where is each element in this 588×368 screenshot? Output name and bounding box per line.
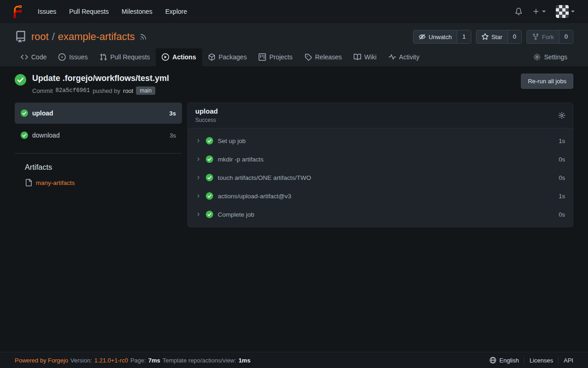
tab-settings-label: Settings [544,53,567,61]
star-icon [481,33,489,40]
page-time-label: Page: [130,357,146,364]
repo-title-row: root / example-artifacts Unwatch 1 [15,30,573,44]
stars-count[interactable]: 0 [508,30,521,43]
rerun-all-jobs-button[interactable]: Re-run all jobs [521,74,573,89]
tab-packages[interactable]: Packages [202,48,253,66]
forgejo-logo[interactable] [8,5,31,18]
job-detail-titles: upload Success [195,107,218,123]
package-icon [208,53,215,61]
tab-projects[interactable]: Projects [253,48,299,66]
repo-action-buttons: Unwatch 1 Star 0 Fork 0 [413,30,573,44]
run-success-icon [15,74,26,86]
check-circle-icon [21,109,28,117]
check-circle-icon [206,192,213,200]
repo-name-link[interactable]: example-artifacts [58,31,135,43]
forks-count[interactable]: 0 [559,30,573,43]
watchers-count[interactable]: 1 [457,30,470,43]
language-selector[interactable]: English [484,356,524,364]
fork-button[interactable]: Fork [527,30,559,43]
job-options-button[interactable] [558,112,565,119]
sidebar-divider [15,153,182,154]
step-row[interactable]: Set up job 1s [188,132,573,150]
tab-issues[interactable]: Issues [52,48,93,66]
version-label: Version: [70,357,92,364]
step-duration: 0s [559,211,565,218]
tab-wiki[interactable]: Wiki [348,48,382,66]
chevron-right-icon [196,156,201,162]
fork-button-group: Fork 0 [526,30,573,44]
api-link[interactable]: API [558,357,573,364]
licenses-label: Licenses [530,357,553,364]
tab-pull-requests-label: Pull Requests [110,53,150,61]
repo-owner-link[interactable]: root [31,31,49,43]
check-circle-icon [206,211,213,218]
tab-projects-label: Projects [269,53,293,61]
job-duration: 3s [170,110,176,117]
licenses-link[interactable]: Licenses [524,357,558,364]
page-footer: Powered by Forgejo Version: 1.21.0+1-rc0… [0,352,588,368]
chevron-right-icon [196,193,201,199]
commit-label: Commit [32,87,53,94]
user-menu-button[interactable] [551,5,580,18]
language-label: English [499,357,519,364]
step-name: Complete job [218,211,254,218]
unwatch-button-group: Unwatch 1 [413,30,471,44]
check-circle-icon [206,174,213,181]
job-row-upload[interactable]: upload 3s [15,103,182,124]
template-time-label: Template repo/actions/view: [163,357,236,364]
template-time-value: 1ms [238,357,250,364]
job-detail-header: upload Success [188,103,573,128]
step-duration: 1s [559,138,565,144]
issue-icon [58,53,66,61]
job-name: download [32,132,60,139]
tab-packages-label: Packages [219,53,247,61]
repo-icon [15,31,27,43]
create-new-button[interactable] [527,8,551,15]
pusher-link[interactable]: root [123,87,133,94]
rss-icon [140,33,147,40]
run-header: Update .forgejo/workflows/test.yml Commi… [15,74,573,95]
step-row[interactable]: Complete job 0s [188,205,573,224]
repo-header: root / example-artifacts Unwatch 1 [0,23,588,66]
nav-item-milestones[interactable]: Milestones [115,8,159,15]
rss-feed-button[interactable] [140,33,147,40]
star-button[interactable]: Star [476,30,508,43]
tab-activity[interactable]: Activity [383,48,425,66]
tab-code-label: Code [31,53,46,61]
step-row[interactable]: mkdir -p artifacts 0s [188,150,573,168]
nav-item-issues[interactable]: Issues [31,8,62,15]
tag-icon [305,53,312,61]
nav-item-pull-requests[interactable]: Pull Requests [62,8,115,15]
tab-actions[interactable]: Actions [156,48,202,66]
jobs-sidebar: upload 3s download 3s Artifacts many-art… [15,103,182,227]
tab-pull-requests[interactable]: Pull Requests [94,48,156,66]
tab-code[interactable]: Code [15,48,52,66]
unwatch-button[interactable]: Unwatch [413,30,457,43]
footer-info: Powered by Forgejo Version: 1.21.0+1-rc0… [15,357,250,364]
tab-settings[interactable]: Settings [527,48,573,66]
star-label: Star [492,34,503,40]
step-row[interactable]: touch artifacts/ONE artifacts/TWO 0s [188,168,573,187]
project-board-icon [259,53,266,61]
notifications-button[interactable] [510,8,527,15]
tab-issues-label: Issues [69,53,87,61]
chevron-down-icon [571,11,575,12]
artifacts-heading: Artifacts [25,163,182,172]
step-row[interactable]: actions/upload-artifact@v3 1s [188,187,573,205]
check-circle-icon [206,137,213,144]
job-row-download[interactable]: download 3s [15,125,182,146]
unwatch-label: Unwatch [429,34,452,40]
commit-sha-link[interactable]: 82a5cf6961 [56,87,90,94]
gear-icon [533,53,541,61]
powered-by-link[interactable]: Powered by Forgejo [15,357,68,364]
tab-releases[interactable]: Releases [299,48,348,66]
repo-path-separator: / [52,31,55,43]
nav-item-explore[interactable]: Explore [159,8,193,15]
fork-icon [532,33,539,40]
artifact-link-many-artifacts[interactable]: many-artifacts [25,179,182,186]
branch-badge[interactable]: main [136,86,155,95]
step-name: Set up job [218,138,246,144]
job-name: upload [32,109,53,117]
forgejo-logo-icon [11,5,25,18]
version-link[interactable]: 1.21.0+1-rc0 [94,357,128,364]
